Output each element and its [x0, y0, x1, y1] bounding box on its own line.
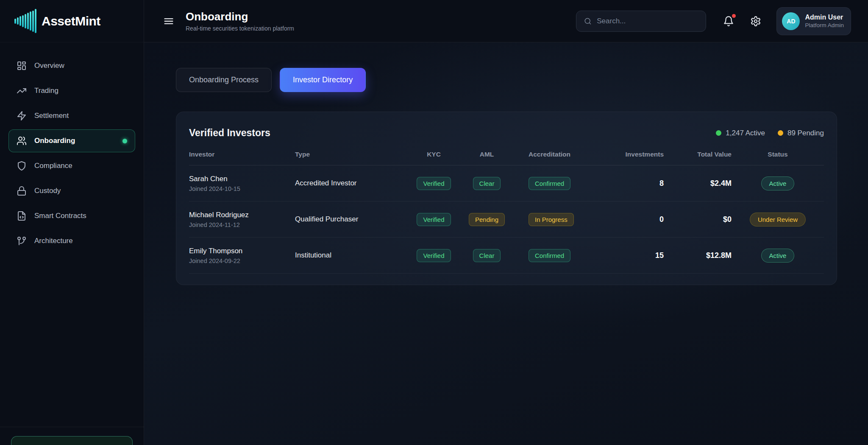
sidebar-item-label: Overview	[34, 62, 64, 70]
notifications-button[interactable]	[721, 13, 737, 29]
verified-investors-panel: Verified Investors 1,247 Active 89 Pendi…	[176, 112, 837, 285]
top-header: Onboarding Real-time securities tokeniza…	[144, 0, 868, 42]
sidebar-footer-divider	[0, 427, 144, 427]
sidebar-footer-card	[11, 436, 133, 445]
sidebar-item-label: Onboarding	[34, 137, 75, 145]
sidebar-item-settlement[interactable]: Settlement	[8, 104, 135, 127]
investor-type: Qualified Purchaser	[295, 215, 407, 224]
menu-icon[interactable]	[163, 15, 175, 27]
brand-name: AssetMint	[42, 14, 100, 28]
accreditation-badge: Confirmed	[529, 177, 570, 190]
investor-type: Accredited Investor	[295, 179, 407, 188]
table-header-row: Investor Type KYC AML Accreditation Inve…	[189, 151, 824, 165]
sidebar-item-onboarding[interactable]: Onboarding	[8, 129, 135, 152]
lock-icon	[17, 186, 27, 196]
aml-badge: Clear	[473, 249, 501, 262]
aml-badge: Pending	[469, 213, 505, 226]
investments-count: 8	[659, 179, 664, 188]
sidebar-item-label: Custody	[34, 187, 61, 195]
investor-joined: Joined 2024-10-15	[189, 185, 295, 192]
total-value: $0	[723, 215, 732, 224]
file-code-icon	[17, 211, 27, 221]
sidebar-item-label: Architecture	[34, 237, 73, 245]
investments-count: 0	[659, 215, 664, 224]
shield-icon	[17, 161, 27, 171]
active-status-dot	[122, 139, 127, 143]
sidebar-item-trading[interactable]: Trading	[8, 79, 135, 102]
sidebar-item-label: Trading	[34, 87, 58, 95]
header-actions: AD Admin User Platform Admin	[576, 7, 851, 35]
sidebar-item-architecture[interactable]: Architecture	[8, 229, 135, 252]
sidebar-item-smart-contracts[interactable]: Smart Contracts	[8, 204, 135, 227]
sidebar-item-custody[interactable]: Custody	[8, 179, 135, 202]
avatar: AD	[782, 12, 800, 30]
page-head: Onboarding Real-time securities tokeniza…	[186, 10, 294, 32]
kyc-badge: Verified	[417, 249, 451, 262]
col-kyc: KYC	[427, 151, 441, 158]
brand-logo: AssetMint	[0, 0, 144, 42]
kyc-badge: Verified	[417, 177, 451, 190]
page-subtitle: Real-time securities tokenization platfo…	[186, 25, 294, 32]
col-type: Type	[295, 151, 407, 158]
sidebar-item-label: Settlement	[34, 112, 69, 120]
table-row[interactable]: Michael Rodriguez Joined 2024-11-12 Qual…	[189, 202, 824, 238]
status-badge: Active	[761, 249, 795, 263]
active-count-stat: 1,247 Active	[716, 129, 765, 137]
search-icon	[584, 17, 592, 25]
tab-onboarding-process[interactable]: Onboarding Process	[176, 68, 272, 92]
investments-count: 15	[655, 251, 664, 260]
status-badge: Active	[761, 176, 795, 190]
active-count-label: 1,247 Active	[726, 129, 765, 137]
aml-badge: Clear	[473, 177, 501, 190]
col-status: Status	[768, 151, 787, 158]
gear-icon	[750, 16, 761, 27]
accreditation-badge: In Progress	[529, 213, 574, 226]
sidebar-item-compliance[interactable]: Compliance	[8, 154, 135, 177]
panel-stats: 1,247 Active 89 Pending	[716, 129, 824, 137]
users-icon	[17, 136, 27, 146]
zap-icon	[17, 111, 27, 121]
panel-header: Verified Investors 1,247 Active 89 Pendi…	[189, 127, 824, 139]
pending-count-stat: 89 Pending	[778, 129, 824, 137]
accreditation-badge: Confirmed	[529, 249, 570, 262]
sidebar-nav: Overview Trading Settlement Onboarding C…	[0, 42, 144, 252]
user-name: Admin User	[805, 14, 844, 21]
col-total-value: Total Value	[697, 151, 732, 158]
main-content: Onboarding Process Investor Directory Ve…	[144, 42, 868, 445]
pending-count-label: 89 Pending	[787, 129, 824, 137]
trending-up-icon	[17, 86, 27, 96]
col-aml: AML	[480, 151, 494, 158]
panel-title: Verified Investors	[189, 127, 270, 139]
settings-button[interactable]	[748, 13, 764, 29]
table-row[interactable]: Emily Thompson Joined 2024-09-22 Institu…	[189, 238, 824, 274]
investor-joined: Joined 2024-09-22	[189, 257, 295, 264]
investor-name: Emily Thompson	[189, 247, 295, 255]
waveform-bars-icon	[14, 9, 36, 33]
total-value: $2.4M	[710, 179, 732, 188]
status-badge: Under Review	[750, 213, 806, 227]
investor-name: Sarah Chen	[189, 175, 295, 183]
investor-name: Michael Rodriguez	[189, 211, 295, 219]
table-row[interactable]: Sarah Chen Joined 2024-10-15 Accredited …	[189, 165, 824, 202]
investor-cell: Michael Rodriguez Joined 2024-11-12	[189, 211, 295, 228]
amber-dot-icon	[778, 130, 783, 136]
sidebar-item-overview[interactable]: Overview	[8, 54, 135, 77]
view-tabs: Onboarding Process Investor Directory	[176, 68, 868, 92]
user-menu[interactable]: AD Admin User Platform Admin	[776, 7, 851, 35]
sidebar: AssetMint Overview Trading Settlement On…	[0, 0, 144, 445]
page-title: Onboarding	[186, 10, 294, 23]
green-dot-icon	[716, 130, 721, 136]
search-box[interactable]	[576, 11, 706, 32]
col-investments: Investments	[626, 151, 664, 158]
investor-cell: Sarah Chen Joined 2024-10-15	[189, 175, 295, 192]
investor-type: Institutional	[295, 251, 407, 260]
notification-dot	[732, 14, 736, 18]
user-meta: Admin User Platform Admin	[805, 14, 844, 28]
kyc-badge: Verified	[417, 213, 451, 226]
sidebar-item-label: Compliance	[34, 162, 72, 170]
grid-icon	[17, 61, 27, 71]
search-input[interactable]	[597, 17, 698, 25]
git-branch-icon	[17, 236, 27, 246]
tab-investor-directory[interactable]: Investor Directory	[280, 68, 366, 92]
investor-joined: Joined 2024-11-12	[189, 221, 295, 228]
